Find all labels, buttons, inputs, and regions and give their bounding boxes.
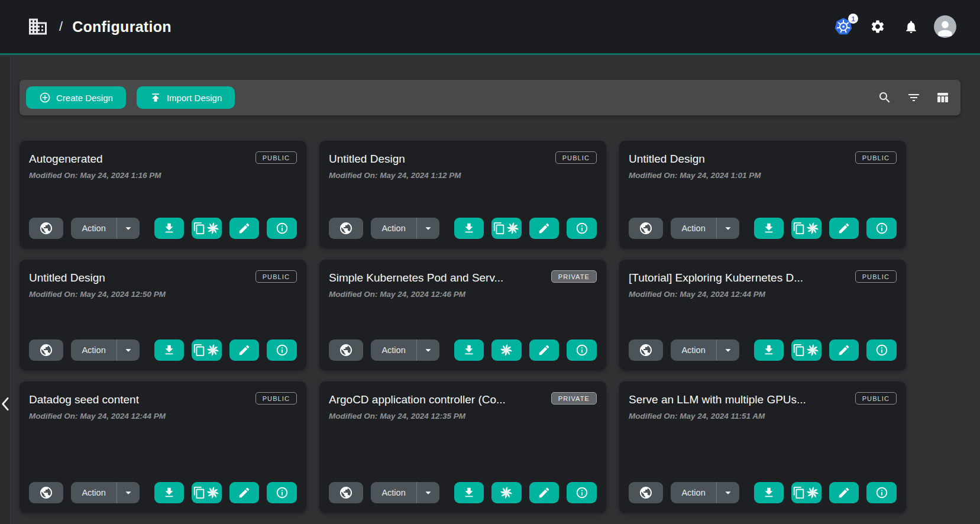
info-button[interactable] (567, 339, 597, 361)
action-dropdown-toggle[interactable] (717, 218, 739, 239)
action-split-button: Action (71, 482, 139, 503)
action-button[interactable]: Action (371, 482, 416, 503)
clone-button[interactable] (192, 482, 222, 503)
info-button[interactable] (866, 482, 897, 503)
design-title: Datadog seed content (29, 391, 139, 406)
info-button[interactable] (267, 482, 297, 503)
modified-on-text: Modified On: May 24, 2024 12:46 PM (329, 290, 597, 299)
info-button[interactable] (267, 339, 297, 361)
info-button[interactable] (267, 218, 297, 239)
edit-button[interactable] (829, 482, 859, 503)
edit-button[interactable] (829, 339, 859, 361)
edit-button[interactable] (829, 218, 859, 239)
card-head: ArgoCD application controller (Co... PRI… (329, 391, 597, 406)
action-button[interactable]: Action (71, 339, 117, 361)
download-button[interactable] (454, 482, 484, 503)
edit-button[interactable] (229, 339, 260, 361)
publish-globe-button[interactable] (629, 339, 663, 361)
edit-button[interactable] (229, 482, 260, 503)
user-avatar[interactable] (934, 15, 956, 38)
download-button[interactable] (454, 339, 484, 361)
edit-button[interactable] (529, 218, 559, 239)
info-icon (276, 344, 289, 357)
action-dropdown-toggle[interactable] (417, 339, 439, 361)
download-button[interactable] (454, 218, 484, 239)
action-button[interactable]: Action (71, 218, 117, 239)
globe-icon (639, 221, 653, 235)
settings-button[interactable] (868, 17, 888, 37)
publish-globe-button[interactable] (29, 339, 63, 361)
action-dropdown-toggle[interactable] (417, 218, 439, 239)
import-design-button[interactable]: Import Design (137, 86, 235, 109)
download-button[interactable] (754, 482, 784, 503)
action-button[interactable]: Action (671, 218, 716, 239)
clone-button[interactable] (791, 339, 821, 361)
info-button[interactable] (866, 218, 897, 239)
action-dropdown-toggle[interactable] (117, 218, 140, 239)
sidebar-collapse-toggle[interactable] (1, 395, 11, 413)
globe-icon (639, 486, 653, 500)
kubernetes-context-button[interactable]: 1 (832, 16, 855, 37)
action-dropdown-toggle[interactable] (717, 482, 739, 503)
download-icon (462, 486, 476, 499)
download-button[interactable] (154, 482, 185, 503)
publish-globe-button[interactable] (329, 218, 363, 239)
info-button[interactable] (567, 218, 597, 239)
clone-button[interactable] (192, 339, 222, 361)
download-icon (163, 344, 176, 357)
action-dropdown-toggle[interactable] (717, 339, 739, 361)
action-button[interactable]: Action (671, 339, 716, 361)
clone-button[interactable] (791, 218, 821, 239)
edit-button[interactable] (529, 482, 559, 503)
action-button[interactable]: Action (71, 482, 117, 503)
publish-globe-button[interactable] (329, 339, 363, 361)
card-actions: Action (629, 482, 897, 503)
action-dropdown-toggle[interactable] (417, 482, 439, 503)
context-count-badge: 1 (848, 14, 858, 24)
globe-icon (339, 486, 353, 500)
notifications-button[interactable] (901, 17, 921, 37)
create-design-button[interactable]: Create Design (26, 86, 126, 109)
publish-globe-button[interactable] (329, 482, 363, 503)
clone-button[interactable] (791, 482, 821, 503)
card-head: Untitled Design PUBLIC (629, 150, 897, 166)
publish-globe-button[interactable] (29, 482, 63, 503)
clone-button[interactable] (192, 218, 222, 239)
publish-globe-button[interactable] (29, 218, 63, 239)
action-split-button: Action (371, 482, 439, 503)
modified-on-text: Modified On: May 24, 2024 12:44 PM (629, 290, 897, 299)
copy-icon (793, 486, 806, 499)
pencil-icon (538, 486, 551, 499)
download-button[interactable] (754, 339, 784, 361)
action-button[interactable]: Action (371, 339, 416, 361)
action-button[interactable]: Action (371, 218, 416, 239)
globe-icon (39, 343, 53, 357)
info-button[interactable] (866, 339, 897, 361)
meshery-design-button[interactable] (491, 482, 522, 503)
action-dropdown-toggle[interactable] (117, 339, 140, 361)
visibility-badge: PUBLIC (855, 270, 897, 283)
download-button[interactable] (154, 339, 185, 361)
globe-icon (39, 221, 53, 235)
download-button[interactable] (754, 218, 784, 239)
plus-circle-icon (39, 92, 51, 103)
design-card: [Tutorial] Exploring Kubernetes D... PUB… (619, 260, 906, 370)
design-title: Serve an LLM with multiple GPUs... (629, 391, 806, 406)
info-button[interactable] (567, 482, 597, 503)
filter-button[interactable] (905, 89, 922, 106)
search-button[interactable] (876, 89, 893, 106)
table-view-button[interactable] (934, 89, 951, 106)
meshery-design-button[interactable] (491, 339, 522, 361)
info-icon (276, 222, 289, 235)
meshery-swirl-icon (499, 343, 513, 357)
clone-button[interactable] (491, 218, 522, 239)
action-button[interactable]: Action (671, 482, 716, 503)
edit-button[interactable] (229, 218, 260, 239)
action-dropdown-toggle[interactable] (117, 482, 140, 503)
edit-button[interactable] (529, 339, 559, 361)
design-card: Serve an LLM with multiple GPUs... PUBLI… (619, 381, 906, 513)
download-button[interactable] (154, 218, 185, 239)
info-icon (875, 344, 888, 357)
publish-globe-button[interactable] (629, 482, 663, 503)
publish-globe-button[interactable] (629, 218, 663, 239)
